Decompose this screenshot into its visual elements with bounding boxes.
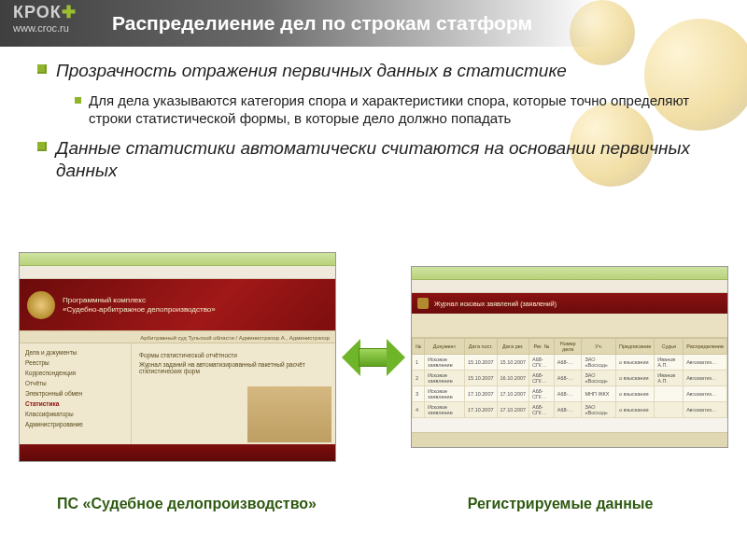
window-toolbar [20,266,335,279]
bullet-item: Данные статистики автоматически считаютс… [37,137,721,182]
lead-text: Данные статистики автоматически считаютс… [56,137,721,182]
table-cell: 1 [413,355,425,371]
sidebar-item: Классификаторы [25,409,125,419]
breadcrumb: Арбитражный суд Тульской области / Админ… [20,330,335,343]
home-icon [417,298,429,309]
table-cell: Исковое заявление [424,355,464,371]
table-cell: Автоматиз… [684,386,727,402]
caption-right: Регистрируемые данные [374,495,747,513]
table-header-cell: Номер дела [554,339,582,355]
bullet-item: Прозрачность отражения первичных данных … [37,60,721,128]
banner-line2: «Судебно-арбитражное делопроизводство» [63,305,216,315]
sub-text: Для дела указываются категория спора и х… [89,91,721,128]
table-cell: 15.10.2007 [497,355,529,371]
brand-accent-icon: ✚ [62,3,77,21]
window-titlebar [20,253,335,266]
table-cell: 15.10.2007 [465,371,498,386]
table-cell: А68-СП/… [529,355,555,371]
table-cell [655,402,684,418]
sidebar-item: Статистика [25,399,125,409]
table-header-cell: Дата пост. [465,339,498,355]
brand-name: КРОК [13,3,62,21]
table-cell: А68-СП/… [529,402,555,418]
decorative-photo [247,386,331,442]
banner-line1: Программный комплекс [63,296,216,305]
app-banner: Программный комплекс «Судебно-арбитражно… [20,279,335,330]
table-cell: 17.10.2007 [465,402,498,418]
emblem-icon [27,291,55,319]
table-cell: Автоматиз… [684,402,727,418]
table-cell: Исковое заявление [424,371,464,386]
table-cell: о взыскании [616,386,655,402]
table-cell: Иванов А.П. [655,371,684,386]
sidebar-item: Отчёты [25,378,125,388]
table-cell: о взыскании [616,402,655,418]
table-cell: 17.10.2007 [465,386,498,402]
table-cell: Иванов А.П. [655,355,684,371]
table-cell: 17.10.2007 [497,402,529,418]
filter-bar [412,314,727,338]
table-cell: о взыскании [616,355,655,371]
sidebar-item: Администрирование [25,419,125,429]
double-arrow-icon [341,336,406,379]
sidebar-item: Корреспонденция [25,368,125,378]
app-footer [20,444,335,462]
table-cell: А68-… [554,371,582,386]
lead-text: Прозрачность отражения первичных данных … [56,60,567,82]
caption-left: ПС «Судебное делопроизводство» [0,495,374,513]
table-cell: ЗАО «Восход» [582,355,616,371]
sidebar: Дела и документыРеестрыКорреспонденцияОт… [20,343,132,444]
table-cell: 4 [413,402,425,418]
brand-logo: КРОК✚ www.croc.ru [13,4,77,34]
journal-title: Журнал исковых заявлений (заявлений) [434,301,557,307]
table-cell: Автоматиз… [684,355,727,371]
window-titlebar [412,267,727,280]
status-bar [412,432,727,447]
main-line: Формы статистической отчётности [139,352,328,358]
table-header-cell: Документ [424,339,464,355]
sidebar-item: Дела и документы [25,347,125,357]
journal-table: №ДокументДата пост.Дата рег.Рег. №Номер … [412,338,727,418]
table-cell: А68-… [554,402,582,418]
table-header-cell: Судья [655,339,684,355]
table-cell: ЗАО «Восход» [582,402,616,418]
table-header-cell: Уч. [582,339,616,355]
table-row: 1Исковое заявление15.10.200715.10.2007А6… [413,355,727,371]
table-header-cell: Дата рег. [497,339,529,355]
main-line: Журнал заданий на автоматизированный пак… [139,361,328,374]
sidebar-item: Реестры [25,357,125,368]
main-panel: Формы статистической отчётности Журнал з… [132,343,335,444]
table-cell: 17.10.2007 [497,386,529,402]
table-row: 4Исковое заявление17.10.200717.10.2007А6… [413,402,727,418]
table-cell: Исковое заявление [424,386,464,402]
table-cell: ЗАО «Восход» [582,371,616,386]
window-toolbar [412,280,727,293]
brand-url: www.croc.ru [13,22,77,34]
slide-title: Распределиение дел по строкам статформ [112,12,532,35]
table-header-cell: Распределение [684,339,727,355]
table-cell: 2 [413,371,425,386]
table-header-cell: Предписание [616,339,655,355]
table-row: 3Исковое заявление17.10.200717.10.2007А6… [413,386,727,402]
table-cell: А68-СП/… [529,371,555,386]
table-cell [655,386,684,402]
table-cell: Автоматиз… [684,371,727,386]
slide-content: Прозрачность отражения первичных данных … [0,47,747,181]
screenshot-app-journal: Журнал исковых заявлений (заявлений) №До… [411,266,728,448]
table-cell: А68-СП/… [529,386,555,402]
table-cell: 16.10.2007 [497,371,529,386]
table-cell: 15.10.2007 [465,355,498,371]
table-row: 2Исковое заявление15.10.200716.10.2007А6… [413,371,727,386]
table-cell: Исковое заявление [424,402,464,418]
slide-header: Распределиение дел по строкам статформ [0,0,747,47]
table-cell: А68-… [554,355,582,371]
square-bullet-icon [37,142,47,151]
table-header-cell: № [413,339,425,355]
journal-header: Журнал исковых заявлений (заявлений) [412,293,727,314]
screenshot-app-main: Программный комплекс «Судебно-арбитражно… [19,252,336,462]
table-cell: 3 [413,386,425,402]
square-bullet-icon [37,64,47,74]
table-header-cell: Рег. № [529,339,555,355]
sub-bullet-item: Для дела указываются категория спора и х… [75,91,721,128]
table-cell: А68-… [554,386,582,402]
